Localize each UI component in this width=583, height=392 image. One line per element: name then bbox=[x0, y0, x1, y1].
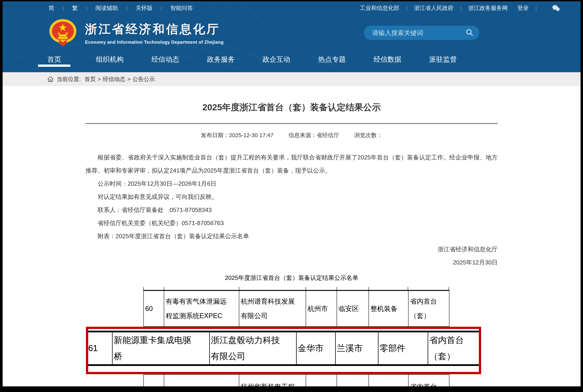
cell-district: 滨江区 bbox=[337, 374, 369, 392]
nav-item-organization[interactable]: 组织机构 bbox=[96, 52, 124, 68]
topbar-right-links: 工业和信息化部 | 浙江省人民政府 | 浙江政务服务网 登录 | bbox=[360, 4, 560, 12]
page: 简 | 繁 | 阅读辅助 | 关怀版 | 智能问答 工业和信息化部 | 浙江省人… bbox=[0, 0, 583, 392]
nav-item-hot-topics[interactable]: 热点专题 bbox=[318, 52, 346, 68]
utility-topbar: 简 | 繁 | 阅读辅助 | 关怀版 | 智能问答 工业和信息化部 | 浙江省人… bbox=[3, 1, 580, 12]
cell-district: 临安区 bbox=[337, 290, 369, 326]
highlighted-row-61: 61 新能源重卡集成电驱 桥 浙江盘毂动力科技 有限公司 金华市 兰溪市 零部件… bbox=[86, 327, 481, 374]
cell-company: 浙江盘毂动力科技 有限公司 bbox=[210, 332, 297, 364]
paragraph: 对认定结果如有意见或异议，可向我们反映。 bbox=[86, 190, 498, 203]
cell-no: 61 bbox=[88, 332, 113, 364]
cell-category: 零部件 bbox=[378, 332, 428, 364]
cell-no: 62 bbox=[144, 374, 164, 392]
cell-district: 兰溪市 bbox=[336, 332, 378, 364]
topbar-link-simplified[interactable]: 简 bbox=[49, 4, 54, 12]
table-row: 62 全自动抓斗卸船机 杭州华新机电工程 有限公司 杭州市 滨江区 成套装备 省… bbox=[144, 374, 449, 392]
result-table-row-62: 62 全自动抓斗卸船机 杭州华新机电工程 有限公司 杭州市 滨江区 成套装备 省… bbox=[143, 374, 449, 392]
topbar-link-zj-service[interactable]: 浙江政务服务网 bbox=[468, 4, 507, 12]
cell-category: 整机装备 bbox=[369, 290, 408, 326]
page-title: 2025年度浙江省首台（套）装备认定结果公示 bbox=[86, 102, 498, 113]
breadcrumb-link-home[interactable]: 首页 bbox=[85, 76, 96, 83]
nav-item-news[interactable]: 经信动态 bbox=[151, 52, 179, 68]
search-icon[interactable] bbox=[465, 28, 474, 37]
cell-city: 杭州市 bbox=[306, 374, 337, 392]
brand-row: 浙江省经济和信息化厅 Economy and Information Techn… bbox=[3, 18, 580, 48]
topbar-link-reading-aid[interactable]: 阅读辅助 bbox=[96, 4, 118, 12]
spacer bbox=[88, 366, 479, 372]
cell-product: 全自动抓斗卸船机 bbox=[164, 374, 239, 392]
divider: | bbox=[86, 5, 87, 11]
brand-text: 浙江省经济和信息化厅 Economy and Information Techn… bbox=[85, 21, 224, 45]
nav-item-data[interactable]: 经信数据 bbox=[373, 52, 402, 68]
result-table-row-60: 60 有毒有害气体泄漏远 程监测系统EXPEC 杭州谱育科技发展 有限公司 杭州… bbox=[143, 290, 449, 327]
attachment-line: 附表：2025年度浙江省首台（套）装备认定结果公示名单 bbox=[86, 230, 498, 243]
table-row: 60 有毒有害气体泄漏远 程监测系统EXPEC 杭州谱育科技发展 有限公司 杭州… bbox=[144, 290, 449, 326]
divider: | bbox=[161, 5, 162, 11]
publish-date: 发布日期：2025-12-30 17:47 bbox=[201, 132, 273, 138]
signature-block: 浙江省经济和信息化厅 2025年12月30日 bbox=[86, 243, 498, 269]
topbar-link-care-version[interactable]: 关怀版 bbox=[136, 4, 153, 12]
paragraph: 根据省委、省政府关于深入实施制造业首台（套）提升工程的有关要求，我厅联合省财政厅… bbox=[86, 151, 498, 177]
nav-item-home[interactable]: 首页 bbox=[40, 52, 68, 68]
view-count: 浏览次数： bbox=[354, 132, 382, 138]
paragraph: 联系人：省经信厅装备处 0571-87058343 bbox=[86, 203, 498, 216]
topbar-link-traditional[interactable]: 繁 bbox=[72, 4, 78, 12]
breadcrumb-link-announcements[interactable]: 公告公示 bbox=[132, 76, 155, 83]
home-icon bbox=[47, 76, 54, 82]
divider: | bbox=[406, 5, 407, 11]
breadcrumb-separator: > bbox=[98, 76, 101, 82]
main-nav: 首页 组织机构 经信动态 政务服务 政企互动 热点专题 经信数据 派驻监督 bbox=[3, 52, 580, 68]
signature-date: 2025年12月30日 bbox=[86, 256, 498, 269]
article-meta: 发布日期：2025-12-30 17:47 信息来源：省经信厅 浏览次数： bbox=[86, 132, 498, 139]
divider: | bbox=[460, 5, 461, 11]
site-header: 简 | 繁 | 阅读辅助 | 关怀版 | 智能问答 工业和信息化部 | 浙江省人… bbox=[3, 1, 580, 72]
divider: | bbox=[126, 5, 128, 11]
divider: | bbox=[535, 5, 537, 11]
divider: | bbox=[63, 5, 64, 11]
breadcrumb-prefix: 当前位置: bbox=[57, 76, 81, 83]
login-link[interactable]: 登录 bbox=[517, 4, 528, 12]
info-source: 信息来源：省经信厅 bbox=[288, 132, 339, 138]
cell-category: 成套装备 bbox=[369, 374, 408, 392]
site-title: 浙江省经济和信息化厅 bbox=[85, 21, 224, 37]
article: 2025年度浙江省首台（套）装备认定结果公示 发布日期：2025-12-30 1… bbox=[86, 102, 498, 282]
cell-product: 有毒有害气体泄漏远 程监测系统EXPEC bbox=[164, 290, 239, 326]
nav-item-services[interactable]: 政务服务 bbox=[207, 52, 235, 68]
paragraph: 公示时间：2025年12月30日—2026年1月6日 bbox=[86, 177, 498, 190]
highlighted-row-content: 61 新能源重卡集成电驱 桥 浙江盘毂动力科技 有限公司 金华市 兰溪市 零部件… bbox=[88, 331, 479, 366]
nav-item-interaction[interactable]: 政企互动 bbox=[262, 52, 290, 68]
search-input[interactable] bbox=[372, 29, 465, 36]
cell-company: 杭州谱育科技发展 有限公司 bbox=[239, 290, 306, 326]
cell-city: 金华市 bbox=[297, 332, 336, 364]
spacer bbox=[88, 329, 479, 331]
paragraph: 省经信厅机关党委（机关纪委）0571-87056763 bbox=[86, 216, 498, 230]
breadcrumb-link-news[interactable]: 经信动态 bbox=[103, 76, 125, 83]
topbar-link-zj-gov[interactable]: 浙江省人民政府 bbox=[414, 4, 453, 12]
table-caption: 2025年度浙江省首台（套）装备认定结果公示名单 bbox=[86, 274, 498, 282]
site-subtitle: Economy and Information Technology Depar… bbox=[85, 40, 224, 45]
cell-city: 杭州市 bbox=[306, 290, 337, 326]
table-top-ticks bbox=[143, 287, 449, 290]
title-divider bbox=[86, 123, 498, 124]
cell-company: 杭州华新机电工程 有限公司 bbox=[239, 374, 306, 392]
article-body: 根据省委、省政府关于深入实施制造业首台（套）提升工程的有关要求，我厅联合省财政厅… bbox=[86, 151, 498, 243]
breadcrumb: 当前位置: 首页 > 经信动态 > 公告公示 bbox=[3, 72, 580, 86]
breadcrumb-separator: > bbox=[127, 76, 131, 82]
cell-type: 省内首台 （套） bbox=[408, 290, 449, 326]
signature-org: 浙江省经济和信息化厅 bbox=[86, 243, 498, 256]
national-emblem-logo bbox=[49, 19, 77, 47]
topbar-link-smart-qa[interactable]: 智能问答 bbox=[170, 4, 193, 12]
cell-type: 省内首台 （套） bbox=[428, 332, 479, 364]
nav-item-supervision[interactable]: 派驻监督 bbox=[429, 52, 457, 68]
cell-no: 60 bbox=[144, 290, 164, 326]
search-box bbox=[364, 26, 479, 40]
topbar-link-miit[interactable]: 工业和信息化部 bbox=[360, 4, 399, 12]
cell-type: 省内首台 （套） bbox=[408, 374, 449, 392]
wechat-icon[interactable] bbox=[552, 5, 560, 12]
cell-product: 新能源重卡集成电驱 桥 bbox=[113, 332, 210, 364]
